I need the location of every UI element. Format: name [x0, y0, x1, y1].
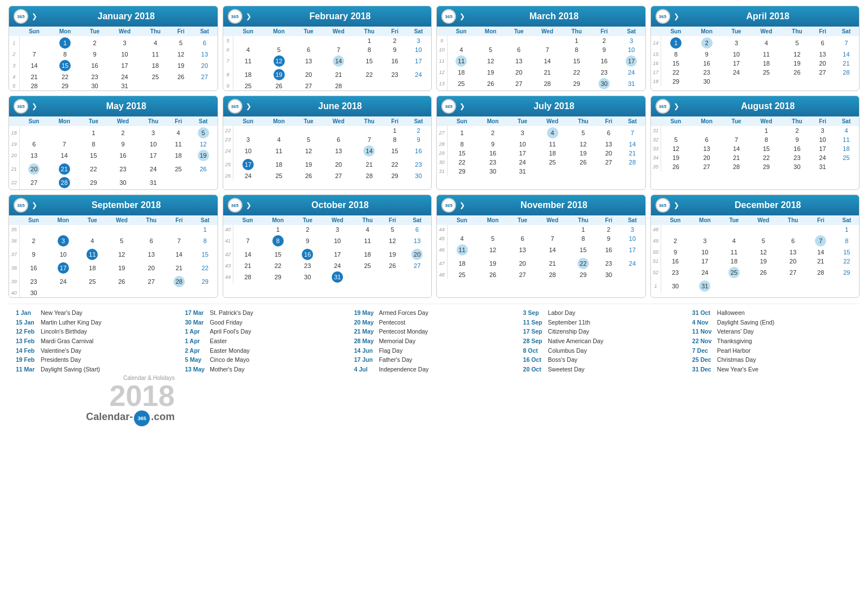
- week-number: 48: [651, 225, 661, 234]
- calendar-day: 27: [598, 158, 620, 167]
- calendar-day: 18: [447, 68, 475, 77]
- calendar-day: 1: [49, 36, 81, 50]
- calendar-day: [48, 288, 79, 297]
- day-header-Sun: Sun: [233, 116, 263, 126]
- calendar-day: 14: [723, 144, 750, 153]
- week-number: 14: [651, 36, 661, 50]
- calendar-day: 7: [355, 135, 384, 144]
- calendar-day: 31: [509, 167, 536, 176]
- calendar-day: 27: [295, 81, 323, 90]
- calendar-day: 16: [81, 59, 108, 72]
- calendar-day: [165, 288, 193, 297]
- calendar-day: [263, 36, 295, 45]
- calendar-day: 15: [835, 248, 859, 257]
- calendar-day: 4: [233, 45, 263, 54]
- week-number: 34: [651, 153, 661, 162]
- calendar-day: 19: [189, 149, 218, 162]
- cal-table-5: SunMonTueWedThuFriSat2212233456789241011…: [223, 116, 432, 180]
- calendar-day: 15: [661, 59, 691, 68]
- badge-365: 365: [14, 9, 28, 24]
- month-title-7: August 2018: [682, 101, 855, 111]
- list-item: 4 NovDaylight Saving (End): [692, 318, 852, 327]
- calendar-day: 26: [263, 81, 295, 90]
- calendar-day: 4: [447, 234, 477, 243]
- calendar-day: [170, 81, 192, 90]
- table-row: 645678910: [223, 45, 432, 54]
- calendar-day: 1: [384, 126, 406, 135]
- calendar-day: 10: [233, 144, 263, 158]
- week-number: 4: [9, 72, 19, 81]
- calendar-day: 25: [721, 266, 748, 279]
- calendar-day: 2: [598, 225, 620, 234]
- list-item: 8 OctColumbus Day: [523, 347, 683, 355]
- day-header-Sun: Sun: [19, 27, 49, 36]
- day-header-Wed: Wed: [750, 116, 782, 126]
- month-header-2: 365❯March 2018: [437, 6, 645, 27]
- calendar-day: [355, 126, 384, 135]
- day-header-Fri: Fri: [598, 116, 620, 126]
- table-row: 44123: [437, 225, 645, 234]
- week-number: 45: [437, 234, 447, 243]
- day-header-Tue: Tue: [81, 27, 108, 36]
- calendar-day: 11: [353, 234, 381, 248]
- calendar-day: 14: [807, 248, 835, 257]
- calendar-day: 13: [403, 234, 431, 248]
- calendar-day: 22: [193, 261, 217, 275]
- calendar-day: 7: [19, 50, 49, 59]
- month-title-4: May 2018: [40, 101, 213, 111]
- holiday-date: 4 Jul: [354, 365, 376, 374]
- list-item: 22 NovThanksgiving: [692, 337, 852, 345]
- table-row: 3022232425262728: [437, 158, 645, 167]
- calendar-day: [137, 288, 165, 297]
- list-item: 2 AprEaster Monday: [185, 347, 345, 355]
- day-header-Thu: Thu: [139, 116, 168, 126]
- calendar-day: 24: [618, 68, 645, 77]
- calendar-day: 8: [355, 45, 384, 54]
- calendar-day: [382, 270, 403, 284]
- holiday-name: Martin Luther King Day: [41, 318, 101, 327]
- table-row: 711121314151617: [223, 54, 432, 68]
- calendar-day: 3: [233, 135, 263, 144]
- calendar-day: [619, 270, 645, 279]
- calendar-day: 14: [619, 140, 645, 149]
- month-title-11: December 2018: [682, 200, 855, 210]
- holiday-name: Daylight Saving (End): [717, 318, 775, 327]
- calendar-day: 23: [598, 257, 620, 270]
- week-number: 39: [9, 275, 19, 288]
- calendar-day: 20: [691, 153, 723, 162]
- holiday-name: Citizenship Day: [548, 327, 589, 336]
- calendar-day: 15: [563, 54, 591, 68]
- calendar-day: 5: [295, 135, 323, 144]
- calendar-day: 22: [750, 153, 782, 162]
- calendar-day: 29: [193, 275, 217, 288]
- calendar-day: 10: [108, 50, 141, 59]
- week-number: 50: [651, 248, 661, 257]
- cal-table-11: SunMonTueWedThuFriSat4814923456785091011…: [651, 215, 860, 293]
- table-row: 3419202122232425: [651, 153, 860, 162]
- badge-365: 365: [656, 99, 670, 114]
- calendar-day: 12: [748, 248, 779, 257]
- calendar-day: 19: [106, 261, 137, 275]
- calendar-day: 5: [568, 126, 597, 140]
- calendar-day: [721, 279, 748, 293]
- week-number: 35: [9, 225, 19, 234]
- calendar-day: 13: [295, 54, 323, 68]
- calendar-day: 4: [721, 234, 748, 248]
- calendar-day: [48, 225, 79, 234]
- calendar-day: 7: [536, 234, 568, 243]
- calendar-day: 18: [79, 261, 106, 275]
- month-title-10: November 2018: [467, 200, 641, 210]
- calendar-day: [19, 126, 49, 140]
- holiday-name: St. Patrick's Day: [210, 309, 253, 317]
- day-header-Sat: Sat: [619, 215, 645, 225]
- calendar-day: 21: [165, 261, 193, 275]
- day-header-Sat: Sat: [406, 27, 431, 36]
- week-number: 48: [437, 270, 447, 279]
- holiday-name: Good Friday: [210, 318, 242, 327]
- calendar-day: 1: [193, 225, 217, 234]
- calendar-day: [233, 225, 263, 234]
- list-item: 20 MayPentecost: [354, 318, 514, 327]
- calendar-day: [568, 167, 597, 176]
- holiday-name: Easter Monday: [210, 347, 250, 355]
- calendar-day: 31: [618, 77, 645, 90]
